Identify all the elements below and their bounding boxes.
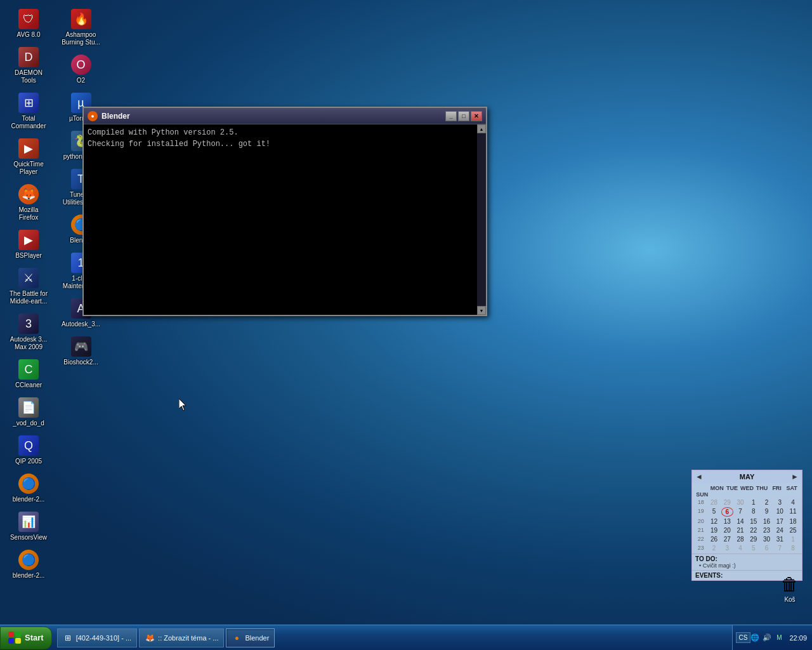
vod-icon-image: 📄: [18, 397, 39, 418]
desktop-icon-ccleaner[interactable]: CCCleaner: [6, 357, 51, 392]
cal-day-3-other-month[interactable]: 3: [721, 544, 734, 552]
start-button[interactable]: Start: [0, 627, 52, 649]
cal-day-2-other-month[interactable]: 2: [708, 544, 721, 552]
desktop-icon-bioshock[interactable]: 🎮Bioshock2...: [59, 334, 103, 369]
cal-day-15[interactable]: 15: [747, 517, 760, 526]
system-time: 22:09: [789, 634, 807, 642]
cal-day-21[interactable]: 21: [734, 526, 747, 534]
cal-day-18[interactable]: 18: [787, 517, 799, 526]
cal-day-28[interactable]: 28: [734, 535, 747, 543]
cal-day-8[interactable]: 8: [747, 507, 760, 517]
desktop-icon-o2[interactable]: OO2: [59, 52, 103, 87]
cal-day-14[interactable]: 14: [734, 517, 747, 526]
cal-day-13[interactable]: 13: [721, 517, 734, 526]
daemon-icon-image: D: [18, 47, 39, 67]
cal-day-1[interactable]: 1: [747, 498, 760, 507]
cal-day-10[interactable]: 10: [774, 507, 787, 517]
desktop-icon-avg[interactable]: 🛡AVG 8.0: [6, 6, 51, 41]
cal-day-17[interactable]: 17: [774, 517, 787, 526]
desktop-icon-qip[interactable]: QQIP 2005: [6, 433, 51, 468]
cal-day-5[interactable]: 5: [708, 507, 721, 517]
cal-day-1-other-month[interactable]: 1: [787, 535, 799, 543]
taskbar: Start ⊞ [402-449-310] - ... 🦊 :: Zobrazi…: [0, 625, 812, 650]
cal-day-27[interactable]: 27: [721, 535, 734, 543]
cal-day-29[interactable]: 29: [747, 535, 760, 543]
week-num-19: 19: [695, 507, 707, 517]
scroll-up-button[interactable]: ▲: [477, 124, 486, 133]
cal-day-29-other-month[interactable]: 29: [721, 498, 734, 507]
minimize-button[interactable]: _: [445, 111, 457, 121]
cal-day-25[interactable]: 25: [787, 526, 799, 534]
blender-icon: ●: [232, 633, 242, 643]
todo-title: TO DO:: [695, 555, 799, 562]
col-wed: WED: [740, 485, 755, 491]
tray-network-icon[interactable]: 🌐: [750, 633, 760, 643]
close-button[interactable]: ✕: [471, 111, 482, 121]
taskbar-item-tc[interactable]: ⊞ [402-449-310] - ...: [57, 628, 137, 647]
o2-icon-image: O: [71, 55, 91, 75]
cal-day-20[interactable]: 20: [721, 526, 734, 534]
cal-day-12[interactable]: 12: [708, 517, 721, 526]
desktop-icon-firefox[interactable]: 🦊Mozilla Firefox: [6, 182, 51, 224]
desktop-icon-blender2[interactable]: 🔵blender-2...: [6, 547, 51, 582]
desktop-icon-daemon[interactable]: DDAEMON Tools: [6, 44, 51, 87]
cal-day-19[interactable]: 19: [708, 526, 721, 534]
desktop-icon-total-commander[interactable]: ⊞Total Commander: [6, 90, 51, 133]
daemon-icon-label: DAEMON Tools: [9, 69, 48, 84]
cal-day-7-other-month[interactable]: 7: [774, 544, 787, 552]
calendar-next-button[interactable]: ►: [791, 472, 799, 481]
maximize-button[interactable]: □: [458, 111, 469, 121]
cal-day-5-other-month[interactable]: 5: [747, 544, 760, 552]
desktop-icon-3dsmax[interactable]: 3Autodesk 3... Max 2009: [6, 311, 51, 354]
tray-volume-icon[interactable]: 🔊: [762, 633, 772, 643]
desktop-icon-vod[interactable]: 📄_vod_do_d: [6, 395, 51, 430]
desktop-icon-bsplayer[interactable]: ▶BSPlayer: [6, 227, 51, 262]
cal-day-31[interactable]: 31: [774, 535, 787, 543]
tc-icon: ⊞: [63, 633, 73, 643]
cal-day-30[interactable]: 30: [761, 535, 773, 543]
window-controls[interactable]: _ □ ✕: [445, 111, 482, 121]
desktop-icon-sensors[interactable]: 📊SensorsView: [6, 509, 51, 544]
cal-day-6-other-month[interactable]: 6: [761, 544, 773, 552]
desktop-icon-ashampoo[interactable]: 🔥Ashampoo Burning Stu...: [59, 6, 103, 49]
calendar-days-grid: 1828293012341956789101120121314151617182…: [695, 498, 799, 552]
cal-day-24[interactable]: 24: [774, 526, 787, 534]
taskbar-item-blender[interactable]: ● Blender: [226, 628, 275, 647]
cal-day-26[interactable]: 26: [708, 535, 721, 543]
taskbar-items: ⊞ [402-449-310] - ... 🦊 :: Zobrazit téma…: [55, 628, 733, 647]
cal-day-28-other-month[interactable]: 28: [708, 498, 721, 507]
blender-window[interactable]: ● Blender _ □ ✕ Compiled with Python ver…: [82, 107, 487, 316]
cal-day-23[interactable]: 23: [761, 526, 773, 534]
col-tue: TUE: [724, 485, 740, 491]
cal-day-3[interactable]: 3: [774, 498, 787, 507]
window-titlebar[interactable]: ● Blender _ □ ✕: [84, 108, 486, 124]
qip-icon-label: QIP 2005: [15, 458, 42, 465]
cal-day-4-other-month[interactable]: 4: [734, 544, 747, 552]
scrollbar[interactable]: ▲ ▼: [477, 124, 486, 315]
3dsmax-icon-image: 3: [18, 314, 39, 334]
cal-day-8-other-month[interactable]: 8: [787, 544, 799, 552]
scroll-down-button[interactable]: ▼: [477, 306, 486, 315]
cal-day-7[interactable]: 7: [734, 507, 747, 517]
col-header-empty: [695, 485, 710, 491]
cal-day-6-today[interactable]: 6: [721, 507, 734, 517]
trash-label: Koš: [784, 596, 795, 604]
desktop-icon-quicktime[interactable]: ▶QuickTime Player: [6, 136, 51, 178]
calendar-prev-button[interactable]: ◄: [695, 472, 703, 481]
taskbar-item-firefox[interactable]: 🦊 :: Zobrazit téma - ...: [139, 628, 224, 647]
tray-icon-lang[interactable]: CS: [738, 633, 748, 643]
desktop-icon-blender1[interactable]: 🔵blender-2...: [6, 471, 51, 506]
cal-day-16[interactable]: 16: [761, 517, 773, 526]
tray-antivirus-icon[interactable]: M: [774, 633, 784, 643]
svg-marker-0: [179, 399, 186, 411]
cal-day-2[interactable]: 2: [761, 498, 773, 507]
cal-day-11[interactable]: 11: [787, 507, 799, 517]
cal-day-4[interactable]: 4: [787, 498, 799, 507]
trash-icon[interactable]: 🗑 Koš: [777, 571, 802, 606]
cal-day-9[interactable]: 9: [761, 507, 773, 517]
language-button[interactable]: CS: [736, 632, 751, 643]
cal-day-30-other-month[interactable]: 30: [734, 498, 747, 507]
blender-title-icon: ●: [88, 111, 98, 121]
cal-day-22[interactable]: 22: [747, 526, 760, 534]
desktop-icon-bfme[interactable]: ⚔The Battle for Middle-eart...: [6, 265, 51, 308]
